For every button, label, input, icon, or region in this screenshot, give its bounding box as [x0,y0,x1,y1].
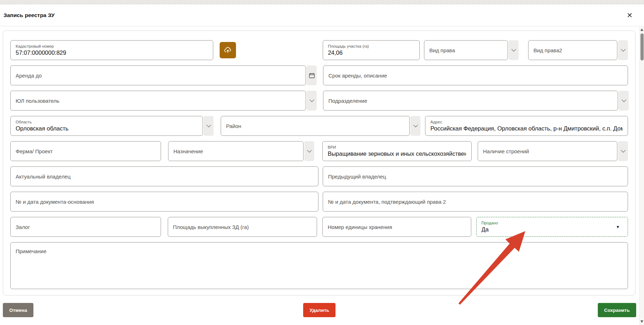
address-field[interactable]: Адрес Российская Федерация, Орловская об… [425,116,628,136]
division-dropdown-addon[interactable] [619,91,629,111]
form-row-8: Залог Площадь выкупленных ЗД (га) Номер … [10,217,628,237]
cadastral-number-label: Кадастровый номер [16,44,208,48]
vri-value: Выращивание зерновых и иных сельскохозяй… [328,150,466,157]
chevron-down-icon [206,123,211,127]
form-row-6: Актуальный владелец Предыдущий владелец [10,166,628,186]
sold-value: Да [482,226,623,233]
division-group: Подразделение [323,91,629,111]
form-row-1: Кадастровый номер 57:07:0000000:829 Площ… [10,40,628,60]
cadastral-number-value: 57:07:0000000:829 [16,49,208,56]
legal-user-field[interactable]: ЮЛ пользователь [10,91,306,111]
lease-until-field[interactable]: Аренда до [10,65,306,85]
save-button[interactable]: Сохранить [598,303,636,317]
chevron-down-icon [622,97,626,102]
form-row-7: № и дата документа-основания № и дата до… [10,192,628,212]
scrollbar-thumb[interactable] [640,33,644,60]
right-type-field[interactable]: Вид права [424,40,508,60]
close-icon[interactable]: ✕ [625,10,634,20]
chevron-down-icon [310,97,314,102]
chevron-down-icon [621,47,626,52]
right-type2-field[interactable]: Вид права2 [528,40,617,60]
purpose-field[interactable]: Назначение [168,141,304,161]
doc-rights2-field[interactable]: № и дата документа, подтверждающий права… [323,192,628,212]
purchased-area-field[interactable]: Площадь выкупленных ЗД (га) [168,217,317,237]
address-value: Российская Федерация, Орловская область,… [430,125,623,132]
form-row-9: Примечание [10,242,628,289]
division-field[interactable]: Подразделение [323,91,618,111]
region-field[interactable]: Область Орловская область [10,116,203,136]
cancel-button[interactable]: Отмена [3,303,33,317]
note-field[interactable]: Примечание [10,242,628,289]
form-card: Кадастровый номер 57:07:0000000:829 Площ… [3,31,635,295]
form-row-2: Аренда до Срок аренды, описание [10,65,628,85]
purpose-group: Назначение [168,141,314,161]
dialog-footer: Отмена Удалить Сохранить [0,303,644,319]
chevron-down-icon [621,148,626,153]
region-group: Область Орловская область [10,116,214,136]
form-row-5: Ферма/ Проект Назначение ВРИ Выращивание… [10,141,628,161]
plot-area-label: Площадь участка (га) [328,44,414,48]
current-owner-field[interactable]: Актуальный владелец [10,166,318,186]
right-type2-dropdown-addon[interactable] [618,40,628,60]
lease-term-field[interactable]: Срок аренды, описание [323,65,628,85]
lease-until-datepicker-addon[interactable] [307,65,317,85]
form-row-4: Область Орловская область Район Адрес Ро… [10,116,628,136]
buildings-field[interactable]: Наличие строений [478,141,617,161]
sold-dropdown-caret-icon[interactable]: ▼ [616,225,620,229]
region-label: Область [16,120,198,124]
sold-label: Продано [482,221,623,225]
calendar-icon [309,73,315,79]
background-page-strip [0,0,644,4]
previous-owner-field[interactable]: Предыдущий владелец [323,166,628,186]
region-dropdown-addon[interactable] [204,116,214,136]
chevron-down-icon [413,123,418,127]
pledge-field[interactable]: Залог [10,217,161,237]
buildings-group: Наличие строений [478,141,628,161]
chevron-down-icon [307,148,312,153]
lease-until-group: Аренда до [10,65,317,85]
region-value: Орловская область [16,125,198,132]
farm-project-field[interactable]: Ферма/ Проект [10,141,161,161]
plot-area-field[interactable]: Площадь участка (га) 24,06 [323,40,420,60]
legal-user-dropdown-addon[interactable] [307,91,317,111]
vri-label: ВРИ [328,145,466,149]
vri-field[interactable]: ВРИ Выращивание зерновых и иных сельскох… [322,141,472,161]
address-label: Адрес [430,120,623,124]
right-type-dropdown-addon[interactable] [509,40,519,60]
chevron-down-icon [511,47,516,52]
form-row-3: ЮЛ пользователь Подразделение [10,91,628,111]
dialog-header: Запись реестра ЗУ ✕ [0,4,644,26]
purpose-dropdown-addon[interactable] [304,141,314,161]
dialog-title: Запись реестра ЗУ [4,12,55,18]
doc-basis-field[interactable]: № и дата документа-основания [10,192,318,212]
district-field[interactable]: Район [221,116,410,136]
storage-unit-field[interactable]: Номер единицы хранения [322,217,471,237]
plot-area-value: 24,06 [328,49,414,56]
scrollbar-up-arrow-icon[interactable] [640,28,643,31]
district-group: Район [221,116,420,136]
legal-user-group: ЮЛ пользователь [10,91,317,111]
right-type2-group: Вид права2 [528,40,628,60]
sold-field[interactable]: Продано Да ▼ [476,217,628,237]
district-dropdown-addon[interactable] [410,116,420,136]
buildings-dropdown-addon[interactable] [618,141,628,161]
upload-button[interactable] [220,42,236,58]
cadastral-number-field[interactable]: Кадастровый номер 57:07:0000000:829 [10,40,213,60]
scrollbar-down-arrow-icon[interactable] [640,320,643,323]
scrollbar[interactable] [639,27,644,325]
cloud-upload-icon [224,46,232,54]
delete-button[interactable]: Удалить [303,303,336,317]
right-type-group: Вид права [424,40,519,60]
